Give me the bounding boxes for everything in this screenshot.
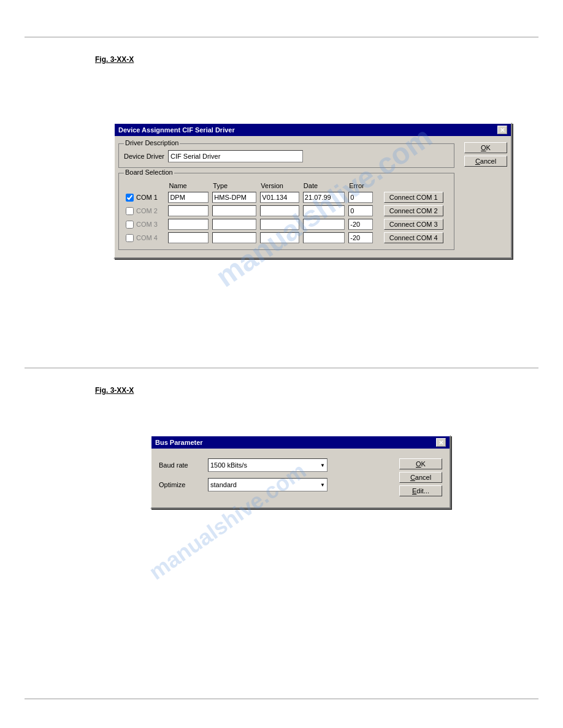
connect-com-1-button[interactable]: Connect COM 1 (384, 192, 443, 203)
connect-com-2-button[interactable]: Connect COM 2 (384, 205, 443, 216)
hr-top (25, 37, 538, 37)
optimize-select-wrapper: standard speed balanced (208, 478, 327, 491)
dialog2-buttons: OK Cancel Edit... (399, 458, 442, 498)
com-label-3: COM 3 (136, 221, 158, 228)
name-input-2[interactable] (168, 205, 209, 216)
version-input-1[interactable] (260, 192, 299, 203)
name-cell-3 (166, 218, 210, 231)
baud-rate-select-wrapper: 1500 kBits/s 500 kBits/s 250 kBits/s 187… (208, 458, 327, 472)
th-check (124, 181, 166, 191)
type-input-2[interactable] (212, 205, 256, 216)
dialog1-body: Driver Description Device Driver Board S… (115, 136, 511, 257)
type-cell-3 (210, 218, 258, 231)
board-table-header: Name Type Version Date Error (124, 181, 449, 191)
optimize-select[interactable]: standard speed balanced (208, 478, 327, 491)
date-input-4[interactable] (303, 232, 345, 243)
error-input-1[interactable] (348, 192, 373, 203)
date-input-2[interactable] (303, 205, 345, 216)
type-input-3[interactable] (212, 219, 256, 230)
dialog2-params: Baud rate 1500 kBits/s 500 kBits/s 250 k… (159, 458, 388, 498)
dialog2-titlebar: Bus Parameter ✕ (151, 436, 450, 449)
com-checkbox-cell-4: COM 4 (124, 231, 166, 245)
section-label-1: Fig. 3-XX-X (95, 55, 134, 64)
com-label-2: COM 2 (136, 207, 158, 214)
name-input-3[interactable] (168, 219, 209, 230)
version-cell-3 (258, 218, 301, 231)
dialog2-cancel-button[interactable]: Cancel (399, 472, 442, 483)
name-cell-4 (166, 231, 210, 245)
connect-com-4-button[interactable]: Connect COM 4 (384, 232, 443, 243)
th-type: Type (210, 181, 258, 191)
hr-bottom (25, 699, 538, 699)
connect-btn-cell-4: Connect COM 4 (382, 231, 449, 245)
device-driver-label: Device Driver (124, 153, 164, 160)
dialog1-buttons: OK Cancel (464, 141, 507, 252)
section-label-2: Fig. 3-XX-X (95, 386, 134, 395)
th-date: Date (301, 181, 347, 191)
error-cell-2 (347, 204, 382, 218)
com-checkbox-cell-3: COM 3 (124, 218, 166, 231)
version-cell-2 (258, 204, 301, 218)
name-cell-2 (166, 204, 210, 218)
date-cell-2 (301, 204, 347, 218)
dialog1-title: Device Assignment CIF Serial Driver (118, 126, 235, 134)
board-table-row-3: COM 3Connect COM 3 (124, 218, 449, 231)
com-label-1: COM 1 (136, 194, 158, 201)
dialog2-ok-button[interactable]: OK (399, 458, 442, 469)
baud-rate-select[interactable]: 1500 kBits/s 500 kBits/s 250 kBits/s 187… (208, 458, 327, 472)
error-input-4[interactable] (348, 232, 373, 243)
dialog1-cancel-button[interactable]: Cancel (464, 156, 507, 167)
type-cell-4 (210, 231, 258, 245)
dialog1-ok-button[interactable]: OK (464, 142, 507, 153)
board-selection-group: Board Selection Name Type Version Date E… (118, 173, 454, 250)
com-checkbox-4[interactable] (126, 234, 134, 242)
com-checkbox-3[interactable] (126, 221, 134, 229)
date-input-3[interactable] (303, 219, 345, 230)
th-name: Name (166, 181, 210, 191)
dialog1-left: Driver Description Device Driver Board S… (118, 141, 454, 252)
optimize-label: Optimize (159, 481, 208, 488)
board-table: Name Type Version Date Error COM 1Connec… (124, 181, 449, 245)
board-selection-label: Board Selection (124, 169, 174, 176)
type-cell-2 (210, 204, 258, 218)
device-assignment-dialog: Device Assignment CIF Serial Driver ✕ Dr… (113, 123, 512, 259)
connect-com-3-button[interactable]: Connect COM 3 (384, 219, 443, 230)
baud-rate-label: Baud rate (159, 461, 208, 469)
com-checkbox-cell-2: COM 2 (124, 204, 166, 218)
type-input-4[interactable] (212, 232, 256, 243)
board-table-row-2: COM 2Connect COM 2 (124, 204, 449, 218)
error-input-3[interactable] (348, 219, 373, 230)
dialog2-close-button[interactable]: ✕ (436, 438, 446, 447)
name-input-1[interactable] (168, 192, 209, 203)
type-cell-1 (210, 191, 258, 204)
date-input-1[interactable] (303, 192, 345, 203)
optimize-row: Optimize standard speed balanced (159, 478, 388, 491)
connect-btn-cell-1: Connect COM 1 (382, 191, 449, 204)
th-btn (382, 181, 449, 191)
device-driver-row: Device Driver (124, 150, 449, 162)
name-input-4[interactable] (168, 232, 209, 243)
version-input-2[interactable] (260, 205, 299, 216)
error-input-2[interactable] (348, 205, 373, 216)
baud-rate-row: Baud rate 1500 kBits/s 500 kBits/s 250 k… (159, 458, 388, 472)
driver-description-label: Driver Description (124, 139, 180, 146)
version-input-4[interactable] (260, 232, 299, 243)
date-cell-3 (301, 218, 347, 231)
device-driver-input[interactable] (168, 150, 303, 162)
dialog2-edit-button[interactable]: Edit... (399, 485, 442, 496)
hr-middle (25, 368, 538, 368)
driver-description-group: Driver Description Device Driver (118, 143, 454, 168)
com-checkbox-1[interactable] (126, 194, 134, 202)
com-checkbox-2[interactable] (126, 207, 134, 215)
connect-btn-cell-2: Connect COM 2 (382, 204, 449, 218)
th-error: Error (347, 181, 382, 191)
connect-btn-cell-3: Connect COM 3 (382, 218, 449, 231)
type-input-1[interactable] (212, 192, 256, 203)
date-cell-4 (301, 231, 347, 245)
dialog1-close-button[interactable]: ✕ (497, 126, 507, 134)
version-input-3[interactable] (260, 219, 299, 230)
error-cell-1 (347, 191, 382, 204)
version-cell-4 (258, 231, 301, 245)
version-cell-1 (258, 191, 301, 204)
dialog2-title: Bus Parameter (155, 439, 203, 446)
